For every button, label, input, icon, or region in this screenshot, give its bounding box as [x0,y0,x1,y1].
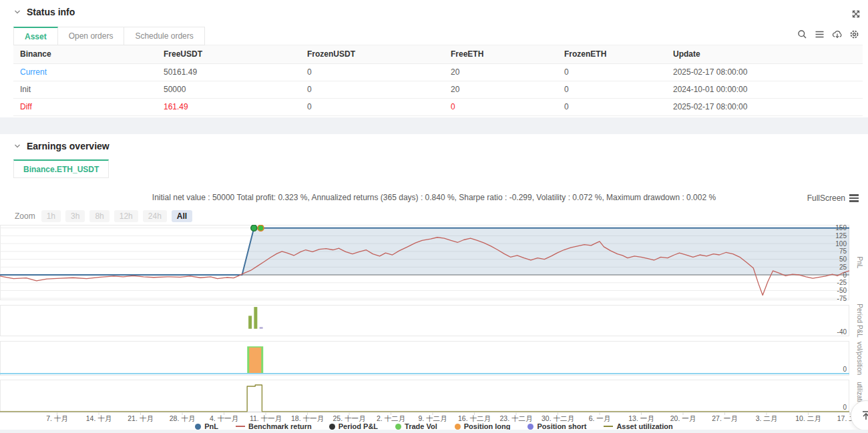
cell: 0 [444,98,558,115]
tab-schedule-orders[interactable]: Schedule orders [124,27,204,45]
line-marker-icon [604,426,613,428]
table-row: Current 50161.49 0 20 0 2025-02-17 08:00… [13,63,863,81]
status-section-header[interactable]: Status info [13,7,75,17]
dot-marker-icon [455,424,461,430]
row-diff-label: Diff [13,98,157,115]
fullscreen-button[interactable]: FullScreen [807,193,859,203]
svg-text:vol/position: vol/position [856,342,863,375]
status-tabbar: Asset Open orders Schedule orders [13,27,863,45]
status-section-title: Status info [27,7,75,17]
svg-text:25: 25 [839,264,847,271]
cell: 2025-02-17 08:00:00 [666,63,863,81]
col-binance: Binance [13,45,157,63]
cloud-download-icon[interactable] [832,29,843,40]
menu-icon[interactable] [815,29,825,40]
trading-dashboard: Status info Asset Open orders Schedule o… [0,0,868,433]
earnings-section-header[interactable]: Earnings overview [13,141,110,151]
zoom-12h-button[interactable]: 12h [114,210,138,222]
zoom-controls: Zoom 1h 3h 8h 12h 24h All [15,210,192,222]
tab-binance-eth-usdt[interactable]: Binance.ETH_USDT [13,159,109,178]
line-marker-icon [236,426,245,428]
svg-text:-50: -50 [837,287,847,294]
earnings-section-title: Earnings overview [27,141,110,151]
table-header-row: Binance FreeUSDT FrozenUSDT FreeETH Froz… [13,45,863,63]
svg-text:50: 50 [839,256,847,263]
table-row: Init 50000 0 20 0 2024-10-01 00:00:00 [13,81,863,98]
row-init-label: Init [13,81,157,98]
col-freeeth: FreeETH [444,45,558,63]
svg-text:75: 75 [839,248,847,255]
cell: 0 [300,63,444,81]
zoom-1h-button[interactable]: 1h [41,210,61,222]
cell: 0 [558,63,666,81]
zoom-3h-button[interactable]: 3h [65,210,85,222]
cell: 0 [558,81,666,98]
dot-marker-icon [527,424,533,430]
col-freeusdt: FreeUSDT [157,45,300,63]
cell: 2025-02-17 08:00:00 [666,98,863,115]
tab-open-orders[interactable]: Open orders [58,27,125,45]
cell: 0 [300,81,444,98]
svg-text:125: 125 [835,232,847,240]
chart-menu-icon[interactable] [849,194,859,202]
chevron-down-icon[interactable] [13,8,21,16]
zoom-label: Zoom [15,211,35,221]
zoom-24h-button[interactable]: 24h [143,210,167,222]
tab-asset[interactable]: Asset [13,27,58,45]
section-divider [0,117,868,134]
tab-asset-label: Asset [25,32,47,41]
svg-text:Period P&L: Period P&L [856,304,863,338]
chevron-down-icon[interactable] [13,142,21,150]
col-frozeneth: FrozenETH [558,45,666,63]
zoom-all-button[interactable]: All [172,210,192,222]
table-row: Diff 161.49 0 0 0 2025-02-17 08:00:00 [13,98,863,115]
page-footer-strip [0,430,868,433]
svg-text:0: 0 [843,366,847,373]
dot-marker-icon [195,424,201,430]
table-toolbar [797,29,860,40]
tab-open-orders-label: Open orders [69,31,114,41]
asset-table: Binance FreeUSDT FrozenUSDT FreeETH Froz… [13,45,863,116]
svg-text:0: 0 [843,404,847,411]
cell: 161.49 [157,98,300,115]
dot-marker-icon [329,424,335,430]
cell: 2024-10-01 00:00:00 [666,81,863,98]
svg-text:-25: -25 [837,279,847,286]
cell: 20 [444,63,558,81]
cell: 50000 [157,81,300,98]
earnings-chart[interactable]: 1501251007550250-25-50-75-4000PnLPeriod … [0,225,868,433]
svg-text:-75: -75 [837,295,847,302]
row-current-link[interactable]: Current [13,63,157,81]
cell: 50161.49 [157,63,300,81]
col-frozenusdt: FrozenUSDT [300,45,444,63]
svg-text:PnL: PnL [856,257,863,269]
tab-schedule-orders-label: Schedule orders [135,31,193,41]
stats-summary: Initial net value : 50000 Total profit: … [0,193,868,202]
fullscreen-label: FullScreen [807,193,845,203]
svg-text:0: 0 [843,272,847,279]
cell: 0 [558,98,666,115]
cell: 20 [444,81,558,98]
svg-text:100: 100 [835,240,847,248]
col-update: Update [666,45,863,63]
svg-text:-40: -40 [837,328,847,336]
search-icon[interactable] [797,29,808,40]
cell: 0 [300,98,444,115]
expand-icon[interactable] [851,9,861,19]
zoom-8h-button[interactable]: 8h [89,210,109,222]
svg-text:150: 150 [835,225,847,232]
tab-binance-eth-usdt-label: Binance.ETH_USDT [23,165,99,174]
settings-icon[interactable] [849,29,860,40]
dot-marker-icon [395,424,401,430]
